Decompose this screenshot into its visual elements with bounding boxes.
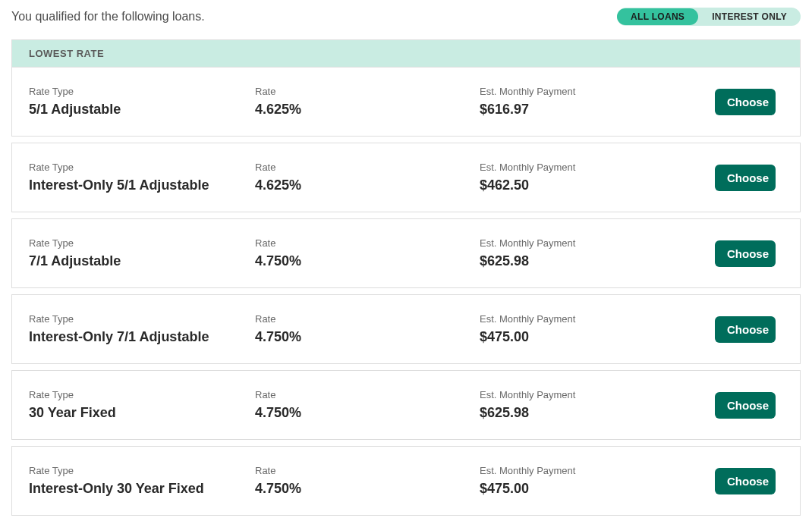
payment-label: Est. Monthly Payment	[480, 237, 715, 249]
choose-button[interactable]: Choose	[715, 316, 776, 343]
choose-button[interactable]: Choose	[715, 240, 776, 267]
rate-type-label: Rate Type	[29, 162, 255, 173]
loan-row: Rate Type 5/1 Adjustable Rate 4.625% Est…	[11, 67, 801, 137]
toggle-all-loans[interactable]: ALL LOANS	[617, 8, 698, 25]
rate-value: 4.750%	[255, 253, 480, 269]
payment-label: Est. Monthly Payment	[480, 465, 715, 476]
rate-type-label: Rate Type	[29, 237, 255, 249]
rate-value: 4.750%	[255, 329, 480, 345]
rate-value: 4.750%	[255, 481, 480, 497]
payment-label: Est. Monthly Payment	[480, 86, 715, 97]
rate-type-label: Rate Type	[29, 86, 255, 97]
payment-label: Est. Monthly Payment	[480, 313, 715, 325]
toggle-interest-only[interactable]: INTEREST ONLY	[698, 8, 801, 25]
choose-button[interactable]: Choose	[715, 165, 776, 191]
rate-type-label: Rate Type	[29, 465, 255, 476]
page-title: You qualified for the following loans.	[11, 10, 205, 24]
rate-value: 4.625%	[255, 177, 480, 193]
loan-row: Rate Type 30 Year Fixed Rate 4.750% Est.…	[11, 370, 801, 440]
loan-row: Rate Type 7/1 Adjustable Rate 4.750% Est…	[11, 218, 801, 288]
rate-type-value: 30 Year Fixed	[29, 405, 255, 421]
rate-type-label: Rate Type	[29, 313, 255, 325]
filter-toggle: ALL LOANS INTEREST ONLY	[617, 8, 801, 26]
payment-label: Est. Monthly Payment	[480, 162, 715, 173]
rate-type-label: Rate Type	[29, 389, 255, 400]
rate-label: Rate	[255, 237, 480, 249]
rate-value: 4.750%	[255, 405, 480, 421]
rate-value: 4.625%	[255, 102, 480, 118]
rate-label: Rate	[255, 465, 480, 476]
choose-button[interactable]: Choose	[715, 392, 776, 419]
rate-label: Rate	[255, 162, 480, 173]
payment-value: $616.97	[480, 102, 715, 118]
rate-type-value: Interest-Only 30 Year Fixed	[29, 481, 255, 497]
payment-value: $625.98	[480, 405, 715, 421]
lowest-rate-banner: LOWEST RATE	[11, 39, 801, 67]
rate-type-value: Interest-Only 5/1 Adjustable	[29, 177, 255, 193]
rate-label: Rate	[255, 313, 480, 325]
payment-value: $475.00	[480, 329, 715, 345]
rate-label: Rate	[255, 86, 480, 97]
rate-type-value: Interest-Only 7/1 Adjustable	[29, 329, 255, 345]
payment-value: $462.50	[480, 177, 715, 193]
rate-type-value: 5/1 Adjustable	[29, 102, 255, 118]
rate-label: Rate	[255, 389, 480, 400]
payment-value: $625.98	[480, 253, 715, 269]
loan-row: Rate Type Interest-Only 5/1 Adjustable R…	[11, 143, 801, 212]
loan-row: Rate Type Interest-Only 7/1 Adjustable R…	[11, 294, 801, 364]
choose-button[interactable]: Choose	[715, 89, 776, 115]
choose-button[interactable]: Choose	[715, 468, 776, 494]
payment-label: Est. Monthly Payment	[480, 389, 715, 400]
rate-type-value: 7/1 Adjustable	[29, 253, 255, 269]
loan-row: Rate Type Interest-Only 30 Year Fixed Ra…	[11, 446, 801, 516]
payment-value: $475.00	[480, 481, 715, 497]
